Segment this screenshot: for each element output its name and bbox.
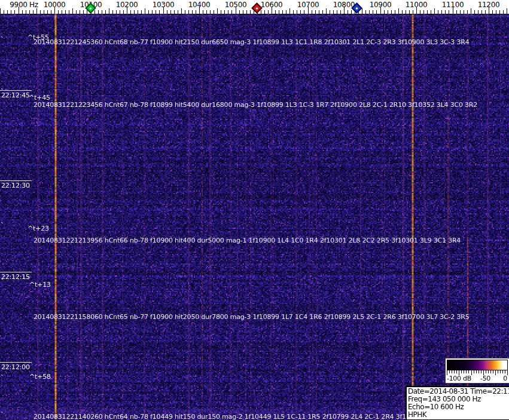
colorbar-tick xyxy=(464,370,464,373)
marker-red-diamond-icon[interactable] xyxy=(252,3,260,11)
colorbar-tick xyxy=(481,370,481,373)
spectrogram-display[interactable] xyxy=(0,14,509,420)
ruler-frequency-label: 10400 xyxy=(188,1,211,9)
db-colorbar: -100 dB -50 0 xyxy=(445,358,509,384)
ruler-frequency-label: 10500 xyxy=(225,1,247,9)
colorbar-gradient xyxy=(447,360,508,370)
ruler-frequency-label: 9900 Hz xyxy=(10,1,38,9)
colorbar-tick xyxy=(452,370,452,373)
ruler-frequency-label: 10300 xyxy=(153,1,175,9)
marker-blue-diamond-icon[interactable] xyxy=(352,3,360,11)
ruler-frequency-label: 10700 xyxy=(297,1,319,9)
colorbar-tick xyxy=(486,370,486,373)
ruler-frequency-label: 10000 xyxy=(44,1,66,9)
marker-green-diamond-icon[interactable] xyxy=(86,3,94,11)
colorbar-tick xyxy=(488,370,489,373)
diamond-center-dot xyxy=(355,7,358,9)
colorbar-tick xyxy=(490,370,491,373)
ruler-tick xyxy=(507,8,507,14)
colorbar-tick xyxy=(456,370,457,373)
ruler-tick xyxy=(398,8,399,14)
ruler-frequency-label: 10200 xyxy=(116,1,138,9)
colorbar-tick xyxy=(468,370,469,373)
ruler-tick xyxy=(289,8,290,14)
colorbar-tick xyxy=(498,370,498,373)
colorbar-tick xyxy=(461,370,462,373)
colorbar-tick xyxy=(500,370,501,373)
colorbar-tick xyxy=(476,370,477,373)
colorbar-tick xyxy=(478,370,479,373)
diamond-center-dot xyxy=(89,7,92,9)
ruler-frequency-label: 11100 xyxy=(442,1,464,9)
colorbar-tick xyxy=(454,370,455,373)
ruler-tick xyxy=(109,8,109,14)
colorbar-tick xyxy=(466,370,467,373)
colorbar-tick xyxy=(502,370,503,373)
diamond-center-dot xyxy=(255,7,258,9)
ruler-tick xyxy=(36,8,37,14)
spectrogram-window: 9900 Hz100001010010200103001040010500106… xyxy=(0,0,509,420)
ruler-tick xyxy=(434,8,435,14)
colorbar-tick xyxy=(505,370,505,373)
ruler-frequency-label: 11000 xyxy=(406,1,428,9)
diamond-shape xyxy=(351,2,362,13)
ruler-tick xyxy=(0,8,1,14)
colorbar-min-label: -100 dB xyxy=(447,375,471,382)
info-station-line: HPHK xyxy=(408,411,509,419)
colorbar-tick xyxy=(449,370,450,373)
ruler-frequency-label: 11200 xyxy=(478,1,500,9)
colorbar-tick xyxy=(493,370,493,373)
ruler-tick xyxy=(471,8,471,14)
ruler-tick xyxy=(362,8,362,14)
colorbar-tick xyxy=(474,370,474,373)
ruler-tick xyxy=(145,8,145,14)
frequency-ruler[interactable]: 9900 Hz100001010010200103001040010500106… xyxy=(0,0,509,14)
ruler-tick xyxy=(181,8,182,14)
colorbar-max-label: 0 xyxy=(503,375,507,382)
ruler-frequency-label: 10600 xyxy=(261,1,283,9)
colorbar-mid-label: -50 xyxy=(480,375,490,382)
colorbar-labels: -100 dB -50 0 xyxy=(447,375,508,382)
ruler-tick xyxy=(72,8,73,14)
ruler-tick xyxy=(326,8,327,14)
status-info-box: Date=2014-08-31 Time=22:11 UTC Freq=143 … xyxy=(406,386,509,420)
ruler-frequency-label: 10900 xyxy=(370,1,392,9)
ruler-tick xyxy=(217,8,218,14)
